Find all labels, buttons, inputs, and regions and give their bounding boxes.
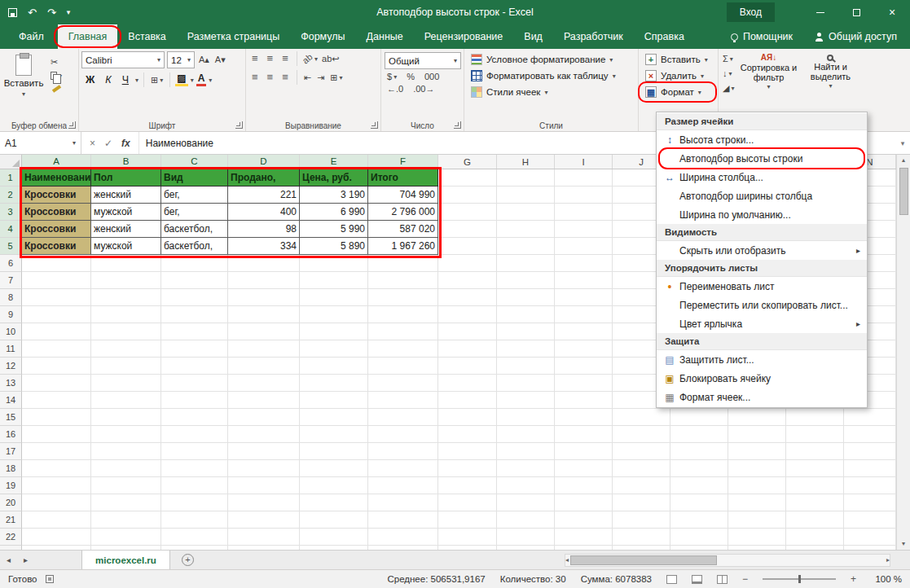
cell-H11[interactable] bbox=[497, 340, 555, 358]
scrollbar-thumb[interactable] bbox=[570, 555, 717, 565]
cell-D22[interactable] bbox=[228, 529, 300, 546]
cell-L18[interactable] bbox=[728, 460, 786, 477]
sheet-nav-right-icon[interactable]: ▸ bbox=[17, 555, 34, 564]
scroll-right-icon[interactable]: ▸ bbox=[886, 555, 890, 566]
cell-A18[interactable] bbox=[22, 460, 91, 477]
cell-F22[interactable] bbox=[368, 529, 438, 546]
cell-F7[interactable] bbox=[368, 272, 438, 289]
format-as-table-button[interactable]: Форматировать как таблицу ▾ bbox=[467, 68, 635, 84]
cell-N19[interactable] bbox=[844, 477, 896, 494]
cell-I3[interactable] bbox=[555, 204, 613, 221]
row-header-21[interactable]: 21 bbox=[0, 511, 22, 529]
cell-H13[interactable] bbox=[497, 375, 555, 392]
align-center-icon[interactable]: ≡ bbox=[264, 71, 277, 84]
find-select-button[interactable]: Найти и выделить ▾ bbox=[801, 51, 859, 94]
cell-J18[interactable] bbox=[613, 460, 670, 477]
cell-G1[interactable] bbox=[438, 169, 497, 186]
cell-B18[interactable] bbox=[91, 460, 161, 477]
menu-item[interactable]: ▤Защитить лист... bbox=[657, 350, 867, 369]
cell-C16[interactable] bbox=[161, 426, 228, 443]
cell-H14[interactable] bbox=[497, 392, 555, 409]
comma-style-icon[interactable]: 000 bbox=[423, 72, 441, 81]
cell-F9[interactable] bbox=[368, 306, 438, 323]
cell-A22[interactable] bbox=[22, 529, 91, 546]
cell-D21[interactable] bbox=[228, 511, 300, 529]
cell-D11[interactable] bbox=[228, 340, 300, 358]
cell-L19[interactable] bbox=[728, 477, 786, 494]
cell-F8[interactable] bbox=[368, 289, 438, 306]
italic-button[interactable]: К bbox=[101, 73, 115, 86]
tab-page-layout[interactable]: Разметка страницы bbox=[177, 24, 290, 49]
sheet-nav-left-icon[interactable]: ◂ bbox=[0, 555, 17, 564]
cell-A17[interactable] bbox=[22, 443, 91, 460]
cell-D12[interactable] bbox=[228, 358, 300, 375]
align-top-icon[interactable]: ≡ bbox=[248, 52, 262, 65]
cell-I18[interactable] bbox=[555, 460, 613, 477]
cell-I13[interactable] bbox=[555, 375, 613, 392]
cell-A20[interactable] bbox=[22, 494, 91, 511]
cell-E2[interactable]: 3 190 bbox=[300, 186, 368, 204]
cell-I15[interactable] bbox=[555, 409, 613, 426]
cell-E3[interactable]: 6 990 bbox=[300, 204, 368, 221]
cell-A6[interactable] bbox=[22, 255, 91, 272]
cell-A4[interactable]: Кроссовки bbox=[22, 221, 91, 238]
menu-item[interactable]: Автоподбор высоты строки bbox=[657, 149, 867, 168]
format-painter-icon[interactable] bbox=[49, 84, 64, 94]
row-header-5[interactable]: 5 bbox=[0, 238, 22, 255]
cell-B11[interactable] bbox=[91, 340, 161, 358]
font-size-select[interactable]: 12▾ bbox=[167, 51, 195, 68]
cell-B19[interactable] bbox=[91, 477, 161, 494]
column-header-E[interactable]: E bbox=[300, 155, 368, 169]
cell-M15[interactable] bbox=[786, 409, 844, 426]
cell-C6[interactable] bbox=[161, 255, 228, 272]
cut-icon[interactable]: ✂ bbox=[49, 57, 64, 68]
percent-style-icon[interactable]: % bbox=[405, 72, 416, 81]
cell-C19[interactable] bbox=[161, 477, 228, 494]
cell-G11[interactable] bbox=[438, 340, 497, 358]
cell-G9[interactable] bbox=[438, 306, 497, 323]
column-header-B[interactable]: B bbox=[91, 155, 161, 169]
macro-record-icon[interactable] bbox=[46, 575, 54, 583]
cell-F6[interactable] bbox=[368, 255, 438, 272]
cell-E10[interactable] bbox=[300, 323, 368, 340]
cell-E4[interactable]: 5 990 bbox=[300, 221, 368, 238]
cell-F21[interactable] bbox=[368, 511, 438, 529]
cell-D5[interactable]: 334 bbox=[228, 238, 300, 255]
cell-L15[interactable] bbox=[728, 409, 786, 426]
cell-F1[interactable]: Итого bbox=[368, 169, 438, 186]
cell-C4[interactable]: баскетбол, bbox=[161, 221, 228, 238]
font-color-icon[interactable]: А bbox=[196, 73, 207, 86]
cell-D3[interactable]: 400 bbox=[228, 204, 300, 221]
cell-M17[interactable] bbox=[786, 443, 844, 460]
cell-M19[interactable] bbox=[786, 477, 844, 494]
menu-item[interactable]: ↔Ширина столбца... bbox=[657, 168, 867, 186]
cell-H17[interactable] bbox=[497, 443, 555, 460]
align-bottom-icon[interactable]: ≡ bbox=[279, 52, 292, 65]
sign-in-button[interactable]: Вход bbox=[727, 2, 775, 22]
cell-H10[interactable] bbox=[497, 323, 555, 340]
redo-icon[interactable]: ↷ bbox=[47, 7, 56, 19]
cell-M21[interactable] bbox=[786, 511, 844, 529]
cell-G5[interactable] bbox=[438, 238, 497, 255]
cell-N17[interactable] bbox=[844, 443, 896, 460]
horizontal-scrollbar[interactable]: ◂ ▸ bbox=[565, 554, 890, 567]
zoom-out-icon[interactable]: − bbox=[742, 573, 748, 585]
align-left-icon[interactable]: ≡ bbox=[248, 71, 262, 84]
cell-E15[interactable] bbox=[300, 409, 368, 426]
cell-F10[interactable] bbox=[368, 323, 438, 340]
expand-formula-bar-icon[interactable]: ▾ bbox=[895, 132, 910, 154]
row-header-7[interactable]: 7 bbox=[0, 272, 22, 289]
cell-L21[interactable] bbox=[728, 511, 786, 529]
cell-D16[interactable] bbox=[228, 426, 300, 443]
tab-file[interactable]: Файл bbox=[5, 24, 58, 49]
cell-H3[interactable] bbox=[497, 204, 555, 221]
cell-L17[interactable] bbox=[728, 443, 786, 460]
cell-E20[interactable] bbox=[300, 494, 368, 511]
cell-E14[interactable] bbox=[300, 392, 368, 409]
cell-F12[interactable] bbox=[368, 358, 438, 375]
cell-A9[interactable] bbox=[22, 306, 91, 323]
new-sheet-button[interactable]: + bbox=[182, 554, 194, 566]
cell-I8[interactable] bbox=[555, 289, 613, 306]
cell-C22[interactable] bbox=[161, 529, 228, 546]
cell-M22[interactable] bbox=[786, 529, 844, 546]
